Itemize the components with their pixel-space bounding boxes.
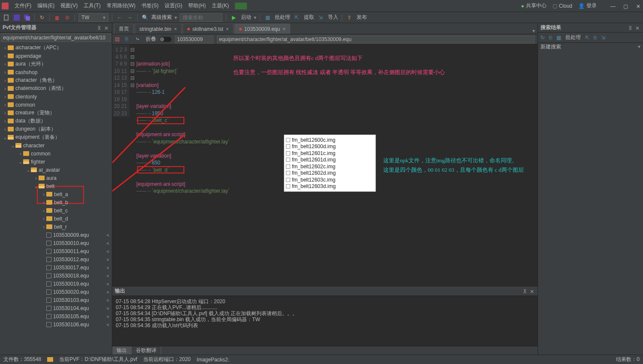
tree-folder[interactable]: ›chatemoticon（表情）: [0, 84, 112, 92]
sr-export-icon[interactable]: ⇲: [601, 35, 605, 41]
tree-folder[interactable]: ›appendage: [0, 52, 112, 60]
tab-list-icon[interactable]: ▾: [530, 28, 538, 34]
tree-folder[interactable]: ⌄at_avatar: [0, 166, 112, 174]
publish-label[interactable]: 发布: [357, 14, 367, 21]
tree-file[interactable]: 103530017.equ<: [0, 263, 112, 272]
editor-tab[interactable]: 103530009.equ×: [234, 24, 290, 34]
sr-refresh-icon[interactable]: ↻: [541, 35, 545, 41]
close-window-icon[interactable]: ✕: [636, 3, 641, 9]
sr-extract-icon[interactable]: ⇱: [585, 35, 589, 41]
structure-icon[interactable]: ▤: [115, 36, 122, 43]
new-file-icon[interactable]: [3, 14, 10, 21]
close-panel-icon[interactable]: ✕: [104, 25, 109, 30]
sr-batch-label[interactable]: 批处理: [565, 34, 581, 41]
tab-close-icon[interactable]: ×: [174, 26, 177, 32]
adv-search-label[interactable]: 高级搜索: [151, 14, 172, 21]
tree-folder[interactable]: ›dungeon（副本）: [0, 125, 112, 133]
minimize-icon[interactable]: —: [610, 3, 616, 9]
menu-paths[interactable]: 常用路径(W): [107, 2, 135, 9]
import-icon[interactable]: ⇲: [317, 14, 325, 21]
cancel-icon[interactable]: ⊘: [63, 14, 71, 21]
login-button[interactable]: 👤登录: [578, 2, 597, 9]
tree-file[interactable]: 103530009.equ<: [0, 231, 112, 239]
tree-folder[interactable]: ›belt_b: [0, 198, 112, 206]
fold-toggle[interactable]: [159, 37, 171, 42]
tree-folder[interactable]: ›common: [0, 101, 112, 109]
tree-folder[interactable]: ⌄equipment（装备）: [0, 133, 112, 141]
tab-close-icon[interactable]: ×: [282, 26, 285, 32]
batch-icon[interactable]: ▦: [264, 14, 271, 21]
tree-file[interactable]: 103530103.equ<: [0, 296, 112, 304]
nav-forward-icon[interactable]: →: [126, 14, 134, 21]
output-tab[interactable]: 输出: [112, 346, 132, 355]
tree-folder[interactable]: ›aura（光环）: [0, 60, 112, 68]
import-label[interactable]: 导入: [328, 14, 338, 21]
cloud-button[interactable]: ▢Cloud: [553, 3, 572, 9]
theme-pill-icon[interactable]: [235, 3, 247, 9]
save-all-icon[interactable]: [23, 14, 31, 21]
menu-edit[interactable]: 编辑(E): [37, 2, 54, 9]
code-editor[interactable]: 1 2 3 4 5 6 7 8 9 10 11 12 13 14 15 16 1…: [112, 45, 538, 286]
new-search-button[interactable]: 新建搜索▾: [538, 43, 643, 51]
tree-file[interactable]: 103530105.equ<: [0, 312, 112, 320]
menu-file[interactable]: 文件(F): [15, 2, 31, 9]
tree-folder[interactable]: ⌄character: [0, 141, 112, 149]
tree-file[interactable]: 103530012.equ<: [0, 255, 112, 263]
tree-file[interactable]: 103530019.equ<: [0, 280, 112, 288]
tree-folder[interactable]: ⌄fighter: [0, 158, 112, 166]
nav-back-icon[interactable]: ←: [116, 14, 123, 21]
tree-folder[interactable]: ›character（角色）: [0, 76, 112, 84]
adv-search-icon[interactable]: 🔍: [141, 14, 149, 21]
refresh-icon[interactable]: ↻: [38, 14, 46, 21]
share-center-button[interactable]: ●共享中心: [521, 2, 546, 9]
output-pin-icon[interactable]: ⊼: [523, 289, 528, 294]
sr-locate-icon[interactable]: ⎘: [549, 35, 552, 41]
search-pin-icon[interactable]: ⊼: [628, 25, 634, 30]
menu-theme[interactable]: 主题(K): [212, 2, 229, 9]
file-path-display[interactable]: equipment/character/fighter/at_avatar/be…: [217, 36, 535, 43]
tree-file[interactable]: 103530011.equ<: [0, 247, 112, 255]
extract-icon[interactable]: ⇱: [293, 14, 300, 21]
maximize-icon[interactable]: ▢: [623, 3, 628, 9]
output-close-icon[interactable]: ✕: [530, 289, 535, 294]
tree-folder[interactable]: ›belt_r: [0, 223, 112, 231]
delete-icon[interactable]: [53, 14, 61, 21]
tree-path-input[interactable]: equipment/character/fighter/at_avatar/be…: [1, 33, 111, 42]
menu-view[interactable]: 视图(V): [60, 2, 78, 9]
tree-file[interactable]: 103530106.equ<: [0, 320, 112, 328]
menu-tools[interactable]: 工具(T): [84, 2, 100, 9]
tree-folder[interactable]: ›aura: [0, 174, 112, 182]
tree-folder[interactable]: ›data（数据）: [0, 117, 112, 125]
run-icon[interactable]: ▶: [230, 14, 237, 21]
tree-file[interactable]: 103530010.equ<: [0, 239, 112, 247]
output-tab[interactable]: 谷歌翻译: [132, 346, 161, 355]
tree-folder[interactable]: ›cashshop: [0, 68, 112, 76]
tree-folder[interactable]: ⌄belt: [0, 182, 112, 190]
menu-bookmarks[interactable]: 书签(S): [141, 2, 159, 9]
tree-folder[interactable]: ›creature（宠物）: [0, 109, 112, 117]
tree-folder[interactable]: ›aicharacter（APC）: [0, 44, 112, 52]
tree-file[interactable]: 103530018.equ<: [0, 272, 112, 280]
search-close-icon[interactable]: ✕: [635, 25, 640, 30]
editor-tab[interactable]: skillname3.lst×: [183, 24, 234, 34]
menu-help[interactable]: 帮助(H): [188, 2, 206, 9]
save-icon[interactable]: [13, 14, 21, 21]
batch-label[interactable]: 批处理: [275, 14, 290, 21]
id-input[interactable]: 103530009: [175, 36, 213, 43]
extract-label[interactable]: 提取: [304, 14, 314, 21]
goto-icon[interactable]: ⤷: [135, 36, 142, 43]
tree-file[interactable]: 103530104.equ<: [0, 304, 112, 312]
output-text[interactable]: 07-15 08:54:28 HttpServer启动成功 端口：2020 07…: [112, 296, 538, 346]
tree-folder[interactable]: ›belt_d: [0, 215, 112, 223]
tree-folder[interactable]: ›common: [0, 149, 112, 158]
search-input[interactable]: [180, 13, 222, 22]
menu-settings[interactable]: 设置(G): [165, 2, 182, 9]
editor-tab[interactable]: 首页: [114, 24, 134, 34]
sr-copy-icon[interactable]: ⎘: [594, 35, 597, 41]
pin-icon[interactable]: ⊼: [97, 25, 102, 30]
tree-folder[interactable]: ›belt_a: [0, 190, 112, 198]
publish-icon[interactable]: ⇪: [346, 14, 353, 21]
file-tree[interactable]: ›aicharacter（APC）›appendage›aura（光环）›cas…: [0, 43, 112, 355]
tree-folder[interactable]: ›belt_c: [0, 206, 112, 215]
tree-folder[interactable]: ›clientonly: [0, 92, 112, 101]
